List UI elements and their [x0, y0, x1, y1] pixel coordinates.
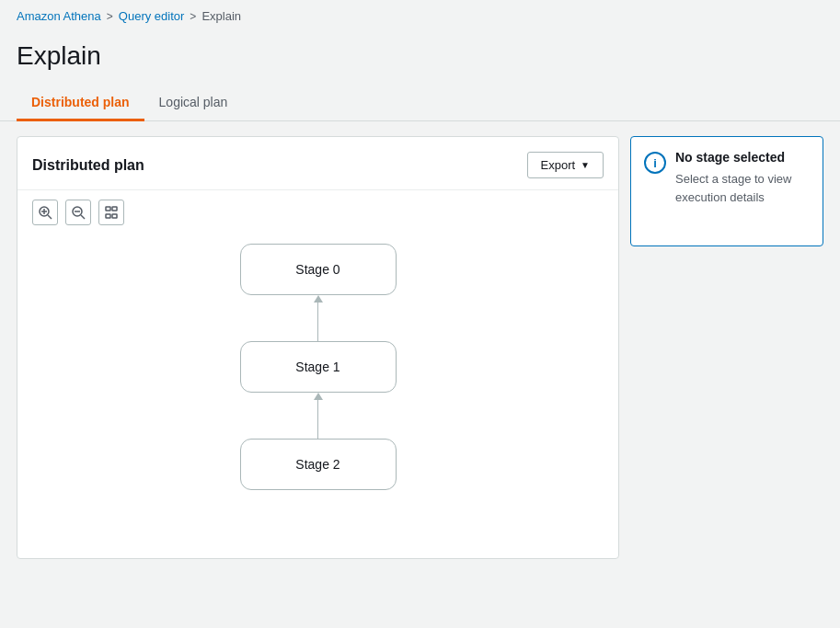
stage-0-label: Stage 0: [295, 262, 339, 277]
breadcrumb-amazon-athena[interactable]: Amazon Athena: [17, 9, 101, 23]
breadcrumb-current: Explain: [201, 9, 241, 23]
fit-view-icon: [104, 205, 119, 220]
stage-0-box[interactable]: Stage 0: [240, 244, 397, 295]
stage-2-box[interactable]: Stage 2: [240, 439, 397, 490]
info-title: No stage selected: [675, 150, 810, 165]
export-arrow-icon: ▼: [581, 160, 590, 170]
arrow-1-2: [314, 393, 323, 439]
stage-2-label: Stage 2: [295, 457, 339, 472]
zoom-out-button[interactable]: [65, 200, 91, 225]
arrow-0-1: [314, 295, 323, 341]
plan-panel: Distributed plan Export ▼: [17, 136, 619, 559]
diagram-area: Stage 0 Stage 1 Stage 2: [17, 234, 618, 558]
export-label: Export: [541, 158, 576, 172]
breadcrumb-sep-2: >: [190, 10, 196, 23]
plan-panel-header: Distributed plan Export ▼: [17, 137, 618, 190]
svg-line-5: [81, 215, 85, 219]
zoom-controls: [17, 190, 618, 234]
stage-1-box[interactable]: Stage 1: [240, 341, 397, 393]
info-icon: i: [644, 152, 666, 174]
info-panel: i No stage selected Select a stage to vi…: [630, 136, 823, 246]
arrow-line-1-2: [317, 400, 318, 439]
info-text: No stage selected Select a stage to view…: [675, 150, 810, 206]
fit-view-button[interactable]: [98, 200, 124, 225]
breadcrumb-query-editor[interactable]: Query editor: [119, 9, 185, 23]
tabs-bar: Distributed plan Logical plan: [0, 86, 840, 121]
svg-rect-9: [106, 214, 110, 218]
arrow-line-0-1: [317, 303, 318, 341]
svg-line-1: [48, 215, 52, 219]
zoom-in-button[interactable]: [32, 200, 58, 225]
page-header: Explain: [0, 32, 840, 71]
tab-distributed-plan[interactable]: Distributed plan: [17, 86, 144, 121]
info-icon-label: i: [653, 156, 657, 170]
breadcrumb-sep-1: >: [107, 10, 113, 23]
export-button[interactable]: Export ▼: [527, 152, 604, 178]
arrow-head-0-1: [314, 295, 323, 303]
zoom-out-icon: [71, 205, 86, 220]
page-title: Explain: [17, 41, 823, 71]
breadcrumb: Amazon Athena > Query editor > Explain: [0, 0, 840, 32]
svg-rect-10: [112, 214, 117, 218]
info-description: Select a stage to view execution details: [675, 170, 810, 206]
tab-logical-plan[interactable]: Logical plan: [144, 86, 243, 121]
arrow-head-1-2: [314, 393, 323, 400]
plan-panel-title: Distributed plan: [32, 157, 144, 174]
svg-rect-7: [106, 207, 110, 211]
main-content: Distributed plan Export ▼: [0, 121, 840, 574]
zoom-in-icon: [38, 205, 52, 220]
svg-rect-8: [112, 207, 117, 211]
stage-1-label: Stage 1: [295, 360, 339, 374]
